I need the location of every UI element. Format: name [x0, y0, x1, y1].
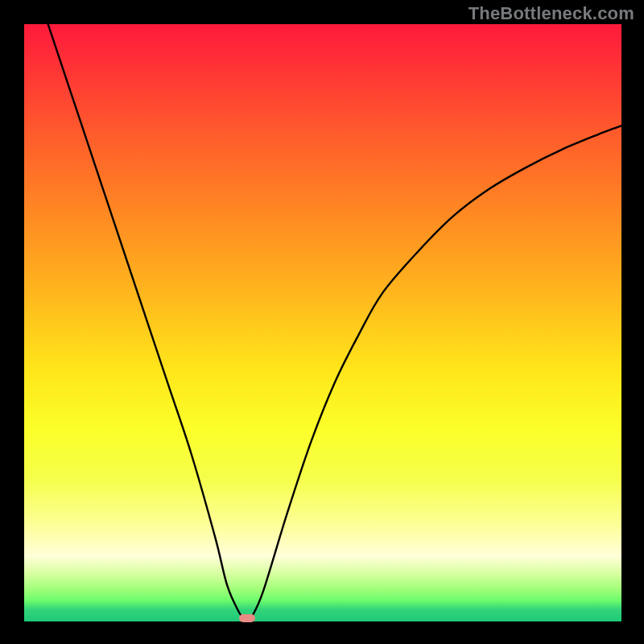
watermark-text: TheBottleneck.com	[469, 3, 634, 24]
plot-area	[24, 24, 621, 621]
curve-layer	[24, 24, 621, 621]
optimum-marker	[239, 614, 255, 622]
chart-frame: TheBottleneck.com	[0, 0, 644, 644]
bottleneck-curve	[48, 24, 621, 621]
